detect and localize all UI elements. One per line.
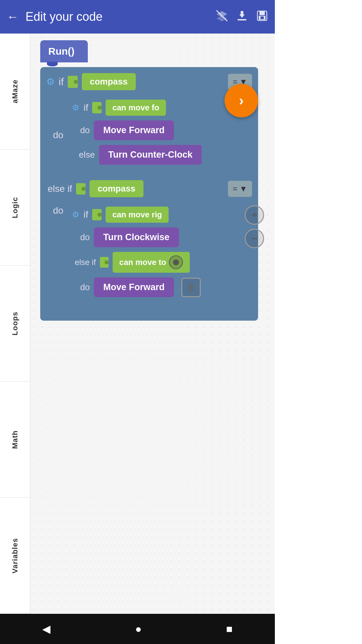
move-forward-block-1[interactable]: Move Forward: [94, 120, 174, 140]
gear-icon-3[interactable]: ⚙: [72, 210, 79, 219]
do-keyword-4: do: [80, 232, 90, 243]
sidebar-item-variables[interactable]: Variables: [0, 498, 30, 614]
download-icon[interactable]: [236, 10, 248, 24]
else-if-keyword-2: else if: [75, 258, 96, 267]
sidebar-item-amaze[interactable]: aMaze: [0, 34, 30, 150]
can-move-fo-block[interactable]: can move fo: [106, 100, 166, 116]
else-if-row-2: else if can move to: [72, 252, 247, 273]
header: ← Edit your code: [0, 0, 275, 34]
svg-rect-12: [98, 106, 102, 110]
save-icon[interactable]: [256, 10, 268, 24]
svg-rect-6: [259, 11, 265, 15]
else-if-row-1: else if compass = ▼: [46, 180, 252, 197]
nav-back-button[interactable]: ◀: [32, 619, 61, 639]
svg-rect-14: [81, 187, 85, 191]
do-keyword-1: do: [53, 130, 63, 141]
inner-if-kw-1: if: [83, 102, 88, 113]
header-icons: [216, 10, 268, 24]
do-turn-row: do Turn Clockwise: [72, 227, 247, 247]
run-block[interactable]: Run(): [40, 40, 88, 62]
page-title: Edit your code: [25, 10, 209, 24]
minus-icon[interactable]: −: [245, 229, 264, 248]
if-row-1: ⚙ if compass = ▼: [46, 73, 252, 90]
can-move-to-block[interactable]: can move to: [113, 252, 190, 273]
trash-icon[interactable]: 🗑: [181, 278, 201, 297]
fab-arrow-icon: ›: [239, 93, 244, 109]
else-if-keyword-1: else if: [48, 183, 72, 194]
else-keyword-1: else: [79, 150, 95, 160]
svg-rect-3: [238, 19, 246, 20]
do-move-row-1: do Move Forward: [72, 120, 247, 140]
do-keyword-2: do: [80, 125, 90, 136]
sidebar-item-loops[interactable]: Loops: [0, 266, 30, 382]
fab-next-button[interactable]: ›: [225, 84, 258, 117]
turn-counter-clock-block[interactable]: Turn Counter-Clock: [99, 145, 202, 165]
else-row-1: else Turn Counter-Clock: [72, 145, 247, 165]
svg-marker-4: [239, 11, 245, 18]
svg-rect-10: [74, 80, 78, 84]
svg-rect-16: [98, 213, 102, 217]
move-forward-block-2[interactable]: Move Forward: [94, 277, 174, 297]
compass-block-2[interactable]: compass: [89, 180, 143, 197]
inner-if-kw-2: if: [83, 209, 88, 220]
main-layout: aMaze Logic Loops Math Variables › Run(): [0, 34, 275, 614]
do-keyword-3: do: [53, 205, 63, 216]
nav-home-button[interactable]: ●: [125, 620, 152, 639]
connector-2: [92, 102, 102, 113]
inner-if-row-2: ⚙ if can move rig: [72, 207, 247, 223]
target-icon[interactable]: [169, 255, 183, 269]
inner-if-row-1: ⚙ if can move fo: [72, 100, 247, 116]
connector-5: [100, 257, 109, 268]
connector-3: [76, 183, 85, 195]
nav-recent-button[interactable]: ■: [216, 620, 243, 639]
sidebar: aMaze Logic Loops Math Variables: [0, 34, 30, 614]
equals-dropdown-2[interactable]: = ▼: [228, 181, 252, 197]
layers-icon[interactable]: [216, 10, 228, 24]
connector-4: [92, 209, 102, 220]
connector-1: [68, 76, 78, 88]
inner-if-block-1: ⚙ if can move fo do Move Forward el: [67, 95, 252, 175]
compass-block-1[interactable]: compass: [82, 73, 136, 90]
if-keyword-1: if: [59, 76, 64, 88]
do-move-row-2: do Move Forward 🗑: [72, 277, 247, 297]
sidebar-item-logic[interactable]: Logic: [0, 150, 30, 266]
inner-if-block-2: + − ⚙ if can move rig do: [67, 202, 252, 308]
can-move-rig-block[interactable]: can move rig: [106, 207, 169, 223]
do-keyword-5: do: [80, 282, 90, 292]
code-canvas[interactable]: › Run() ⚙ if compass: [30, 34, 275, 614]
svg-rect-8: [260, 16, 264, 19]
turn-clockwise-block[interactable]: Turn Clockwise: [94, 227, 179, 247]
gear-icon-1[interactable]: ⚙: [46, 76, 55, 87]
svg-rect-18: [105, 260, 109, 264]
sidebar-item-math[interactable]: Math: [0, 382, 30, 498]
do-row-1: do ⚙ if can move fo do Mo: [46, 95, 252, 175]
back-button[interactable]: ←: [7, 10, 19, 24]
plus-icon[interactable]: +: [245, 205, 264, 225]
do-row-2: do + − ⚙ if can move rig: [46, 202, 252, 308]
gear-icon-2[interactable]: ⚙: [72, 103, 79, 112]
nav-bar: ◀ ● ■: [0, 614, 275, 644]
